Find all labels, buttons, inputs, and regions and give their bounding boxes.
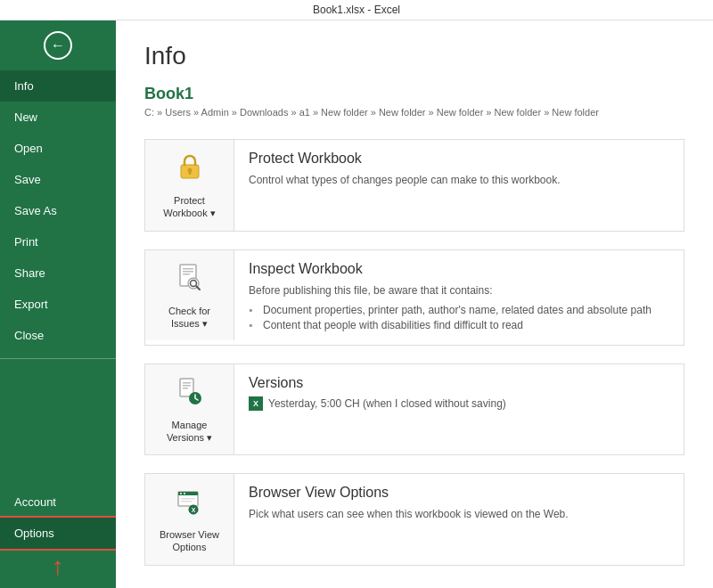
svg-text:X: X	[191, 507, 195, 513]
sidebar-nav: Info New Open Save Save As Print Share E…	[0, 70, 116, 588]
svg-line-9	[196, 286, 200, 290]
sidebar-item-save-as[interactable]: Save As	[0, 195, 116, 226]
inspect-workbook-desc: Before publishing this file, be aware th…	[249, 282, 669, 298]
browser-view-desc: Pick what users can see when this workbo…	[249, 506, 669, 522]
inspect-list-item-2: Content that people with disabilities fi…	[249, 319, 669, 331]
browser-view-label: Browser ViewOptions	[160, 528, 219, 554]
svg-point-17	[180, 493, 182, 494]
sidebar-item-export[interactable]: Export	[0, 289, 116, 320]
sidebar-item-options[interactable]: Options	[0, 518, 116, 549]
svg-rect-11	[183, 382, 191, 384]
versions-section: ManageVersions ▾ Versions X Yesterday, 5…	[144, 363, 684, 456]
versions-details: Versions X Yesterday, 5:00 CH (when I cl…	[234, 364, 684, 421]
protect-workbook-section: ProtectWorkbook ▾ Protect Workbook Contr…	[144, 139, 684, 232]
file-path: C: » Users » Admin » Downloads » a1 » Ne…	[144, 107, 684, 118]
back-button[interactable]: ←	[0, 20, 116, 70]
svg-point-18	[184, 493, 185, 494]
title-text: Book1.xlsx - Excel	[313, 4, 400, 16]
browser-view-heading: Browser View Options	[249, 485, 669, 501]
inspect-workbook-list: Document properties, printer path, autho…	[249, 304, 669, 331]
back-circle-icon: ←	[44, 31, 72, 60]
page-title: Info	[144, 42, 684, 70]
inspect-workbook-section: Check forIssues ▾ Inspect Workbook Befor…	[144, 249, 684, 346]
svg-rect-19	[181, 498, 195, 500]
svg-rect-12	[183, 385, 191, 387]
file-title: Book1	[144, 85, 684, 103]
main-content: Info Book1 C: » Users » Admin » Download…	[116, 20, 713, 588]
sidebar-bottom: Account Options ↑	[0, 486, 116, 588]
version-entry: X Yesterday, 5:00 CH (when I closed with…	[249, 396, 669, 411]
sidebar-item-close[interactable]: Close	[0, 320, 116, 351]
sidebar-item-info[interactable]: Info	[0, 70, 116, 102]
sidebar-item-new[interactable]: New	[0, 102, 116, 133]
svg-rect-2	[188, 171, 191, 175]
sidebar-item-print[interactable]: Print	[0, 226, 116, 257]
sidebar-divider	[0, 358, 116, 359]
svg-rect-6	[183, 274, 190, 275]
inspect-workbook-details: Inspect Workbook Before publishing this …	[234, 250, 684, 345]
browser-view-details: Browser View Options Pick what users can…	[234, 474, 684, 533]
protect-workbook-heading: Protect Workbook	[249, 151, 669, 167]
browser-view-button[interactable]: X Browser ViewOptions	[145, 474, 234, 565]
svg-rect-4	[183, 268, 193, 270]
inspect-icon	[174, 261, 206, 299]
svg-rect-20	[181, 501, 192, 502]
title-bar: Book1.xlsx - Excel	[0, 0, 713, 20]
browser-view-icon: X	[174, 485, 206, 523]
svg-rect-5	[183, 271, 193, 273]
manage-versions-button[interactable]: ManageVersions ▾	[145, 364, 234, 455]
version-text: Yesterday, 5:00 CH (when I closed withou…	[268, 397, 506, 410]
protect-workbook-button[interactable]: ProtectWorkbook ▾	[145, 140, 234, 231]
sidebar-item-save[interactable]: Save	[0, 164, 116, 195]
sidebar: ← Info New Open Save Save As Print Share…	[0, 20, 116, 588]
svg-rect-13	[183, 388, 188, 389]
app-container: ← Info New Open Save Save As Print Share…	[0, 20, 713, 588]
check-issues-button[interactable]: Check forIssues ▾	[145, 250, 234, 341]
protect-workbook-desc: Control what types of changes people can…	[249, 172, 669, 188]
versions-heading: Versions	[249, 375, 669, 391]
versions-icon	[174, 375, 206, 413]
manage-versions-label: ManageVersions ▾	[167, 419, 212, 445]
arrow-indicator: ↑	[0, 549, 116, 588]
sidebar-item-account[interactable]: Account	[0, 486, 116, 518]
sidebar-item-share[interactable]: Share	[0, 257, 116, 289]
protect-workbook-details: Protect Workbook Control what types of c…	[234, 140, 684, 199]
sidebar-item-open[interactable]: Open	[0, 133, 116, 164]
protect-workbook-label: ProtectWorkbook ▾	[163, 194, 215, 220]
inspect-list-item-1: Document properties, printer path, autho…	[249, 304, 669, 316]
lock-icon	[174, 151, 206, 189]
inspect-workbook-heading: Inspect Workbook	[249, 261, 669, 277]
check-issues-label: Check forIssues ▾	[168, 305, 210, 331]
excel-version-icon: X	[249, 396, 263, 411]
browser-view-section: X Browser ViewOptions Browser View Optio…	[144, 473, 684, 566]
